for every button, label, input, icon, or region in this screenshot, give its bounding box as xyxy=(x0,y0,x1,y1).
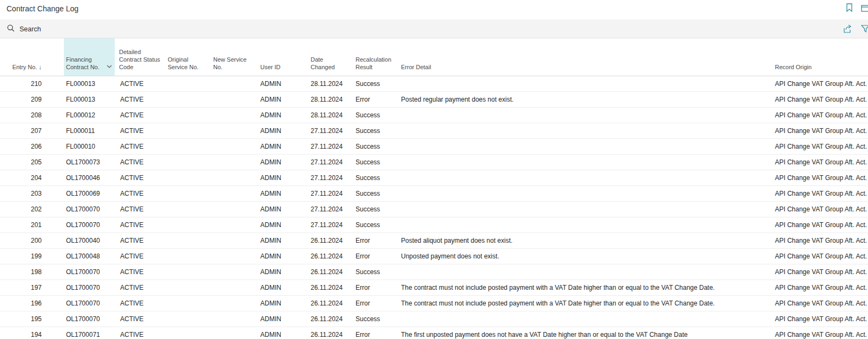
cell-contract_no[interactable]: OL1700071 xyxy=(64,327,115,339)
cell-entry_no[interactable]: 208 xyxy=(0,108,64,123)
cell-contract_no[interactable]: FL000013 xyxy=(64,92,115,108)
cell-status_code[interactable]: ACTIVE xyxy=(115,76,165,92)
share-icon[interactable] xyxy=(844,25,852,35)
cell-entry_no[interactable]: 195 xyxy=(0,311,64,327)
cell-status_code[interactable]: ACTIVE xyxy=(115,311,165,327)
cell-orig_service[interactable] xyxy=(165,108,210,123)
cell-date_changed[interactable]: 26.11.2024 xyxy=(306,327,352,339)
cell-error_detail[interactable] xyxy=(397,123,752,139)
chevron-down-icon[interactable] xyxy=(107,62,112,70)
cell-contract_no[interactable]: FL000010 xyxy=(64,139,115,155)
cell-user_id[interactable]: ADMIN xyxy=(257,202,306,217)
table-row[interactable]: 210FL000013ACTIVEADMIN28.11.2024SuccessA… xyxy=(0,76,868,92)
cell-status_code[interactable]: ACTIVE xyxy=(115,170,165,186)
cell-date_changed[interactable]: 26.11.2024 xyxy=(306,264,352,280)
cell-record_origin[interactable]: API Change VAT Group Aft. Act. xyxy=(752,76,868,92)
table-row[interactable]: 196OL1700070ACTIVEADMIN26.11.2024ErrorTh… xyxy=(0,296,868,311)
cell-date_changed[interactable]: 27.11.2024 xyxy=(306,170,352,186)
cell-orig_service[interactable] xyxy=(165,92,210,108)
cell-entry_no[interactable]: 207 xyxy=(0,123,64,139)
cell-date_changed[interactable]: 27.11.2024 xyxy=(306,155,352,170)
cell-new_service[interactable] xyxy=(210,327,257,339)
table-row[interactable]: 202OL1700070ACTIVEADMIN27.11.2024Success… xyxy=(0,202,868,217)
cell-orig_service[interactable] xyxy=(165,76,210,92)
cell-recalc_result[interactable]: Success xyxy=(352,123,397,139)
cell-contract_no[interactable]: OL1700073 xyxy=(64,155,115,170)
cell-recalc_result[interactable]: Error xyxy=(352,249,397,264)
cell-date_changed[interactable]: 27.11.2024 xyxy=(306,123,352,139)
table-row[interactable]: 198OL1700070ACTIVEADMIN26.11.2024Success… xyxy=(0,264,868,280)
column-header-record_origin[interactable]: Record Origin xyxy=(752,38,868,76)
cell-date_changed[interactable]: 28.11.2024 xyxy=(306,92,352,108)
search-control[interactable]: Search xyxy=(7,24,41,34)
cell-user_id[interactable]: ADMIN xyxy=(257,123,306,139)
cell-record_origin[interactable]: API Change VAT Group Aft. Act. xyxy=(752,123,868,139)
cell-recalc_result[interactable]: Success xyxy=(352,139,397,155)
column-header-error_detail[interactable]: Error Detail xyxy=(397,38,752,76)
cell-error_detail[interactable] xyxy=(397,202,752,217)
table-row[interactable]: 206FL000010ACTIVEADMIN27.11.2024SuccessA… xyxy=(0,139,868,155)
cell-new_service[interactable] xyxy=(210,92,257,108)
filter-icon[interactable] xyxy=(861,25,868,35)
cell-orig_service[interactable] xyxy=(165,123,210,139)
cell-orig_service[interactable] xyxy=(165,296,210,311)
table-row[interactable]: 194OL1700071ACTIVEADMIN26.11.2024ErrorTh… xyxy=(0,327,868,339)
column-header-contract_no[interactable]: Financing Contract No. xyxy=(64,38,115,76)
column-header-orig_service[interactable]: Original Service No. xyxy=(165,38,210,76)
cell-contract_no[interactable]: OL1700046 xyxy=(64,170,115,186)
cell-status_code[interactable]: ACTIVE xyxy=(115,139,165,155)
cell-user_id[interactable]: ADMIN xyxy=(257,186,306,202)
column-header-date_changed[interactable]: Date Changed xyxy=(306,38,352,76)
cell-status_code[interactable]: ACTIVE xyxy=(115,92,165,108)
cell-recalc_result[interactable]: Success xyxy=(352,170,397,186)
cell-record_origin[interactable]: API Change VAT Group Aft. Act. xyxy=(752,217,868,233)
cell-user_id[interactable]: ADMIN xyxy=(257,233,306,249)
cell-user_id[interactable]: ADMIN xyxy=(257,264,306,280)
cell-recalc_result[interactable]: Success xyxy=(352,264,397,280)
cell-orig_service[interactable] xyxy=(165,186,210,202)
cell-new_service[interactable] xyxy=(210,311,257,327)
cell-new_service[interactable] xyxy=(210,249,257,264)
cell-date_changed[interactable]: 26.11.2024 xyxy=(306,311,352,327)
cell-date_changed[interactable]: 27.11.2024 xyxy=(306,202,352,217)
cell-orig_service[interactable] xyxy=(165,280,210,296)
cell-error_detail[interactable]: Unposted payment does not exist. xyxy=(397,249,752,264)
cell-entry_no[interactable]: 205 xyxy=(0,155,64,170)
table-row[interactable]: 208FL000012ACTIVEADMIN28.11.2024SuccessA… xyxy=(0,108,868,123)
cell-orig_service[interactable] xyxy=(165,327,210,339)
cell-recalc_result[interactable]: Success xyxy=(352,311,397,327)
cell-status_code[interactable]: ACTIVE xyxy=(115,264,165,280)
cell-error_detail[interactable] xyxy=(397,170,752,186)
cell-record_origin[interactable]: API Change VAT Group Aft. Act. xyxy=(752,249,868,264)
cell-date_changed[interactable]: 27.11.2024 xyxy=(306,217,352,233)
cell-date_changed[interactable]: 26.11.2024 xyxy=(306,233,352,249)
cell-new_service[interactable] xyxy=(210,296,257,311)
cell-recalc_result[interactable]: Error xyxy=(352,92,397,108)
cell-new_service[interactable] xyxy=(210,123,257,139)
cell-user_id[interactable]: ADMIN xyxy=(257,76,306,92)
cell-status_code[interactable]: ACTIVE xyxy=(115,233,165,249)
cell-error_detail[interactable]: The first unposted payment does not have… xyxy=(397,327,752,339)
column-header-new_service[interactable]: New Service No. xyxy=(210,38,257,76)
cell-error_detail[interactable]: The contract must not include posted pay… xyxy=(397,296,752,311)
cell-user_id[interactable]: ADMIN xyxy=(257,92,306,108)
cell-new_service[interactable] xyxy=(210,233,257,249)
cell-entry_no[interactable]: 200 xyxy=(0,233,64,249)
cell-recalc_result[interactable]: Error xyxy=(352,233,397,249)
cell-orig_service[interactable] xyxy=(165,217,210,233)
cell-new_service[interactable] xyxy=(210,264,257,280)
cell-date_changed[interactable]: 26.11.2024 xyxy=(306,249,352,264)
cell-date_changed[interactable]: 27.11.2024 xyxy=(306,139,352,155)
cell-error_detail[interactable] xyxy=(397,76,752,92)
cell-status_code[interactable]: ACTIVE xyxy=(115,327,165,339)
cell-new_service[interactable] xyxy=(210,202,257,217)
open-in-new-window-icon[interactable] xyxy=(861,4,868,14)
cell-status_code[interactable]: ACTIVE xyxy=(115,217,165,233)
cell-orig_service[interactable] xyxy=(165,311,210,327)
cell-entry_no[interactable]: 209 xyxy=(0,92,64,108)
cell-error_detail[interactable] xyxy=(397,186,752,202)
cell-recalc_result[interactable]: Error xyxy=(352,280,397,296)
cell-contract_no[interactable]: OL1700070 xyxy=(64,280,115,296)
cell-user_id[interactable]: ADMIN xyxy=(257,327,306,339)
cell-user_id[interactable]: ADMIN xyxy=(257,139,306,155)
